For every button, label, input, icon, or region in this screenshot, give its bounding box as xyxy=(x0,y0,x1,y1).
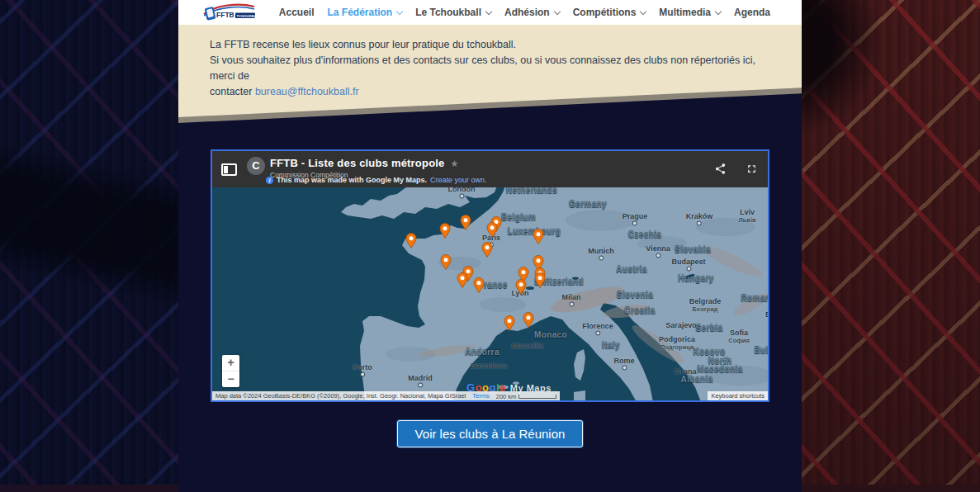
club-marker[interactable] xyxy=(534,272,546,288)
club-marker[interactable] xyxy=(504,315,515,331)
scale-label: 200 km xyxy=(496,393,517,400)
map-header: C FFTB - Liste des clubs métropole Commi… xyxy=(212,151,768,187)
star-icon[interactable] xyxy=(451,158,459,168)
nav-item-competitions[interactable]: Compétitions xyxy=(573,7,646,18)
map-side-panel-icon[interactable] xyxy=(221,163,237,176)
made-with-row: This map was made with Google My Maps. C… xyxy=(266,176,487,184)
page-column: FFTB TCHOUKBALL AccueilLa FédérationLe T… xyxy=(178,0,802,492)
nav-item-label: Agenda xyxy=(734,7,770,18)
nav-item-label: Accueil xyxy=(279,7,315,18)
nav-item-agenda[interactable]: Agenda xyxy=(734,7,770,18)
background-photo-right xyxy=(801,0,980,492)
nav-item-label: La Fédération xyxy=(327,7,392,18)
chevron-down-icon xyxy=(715,7,722,14)
svg-text:FFTB: FFTB xyxy=(216,11,234,19)
background-photo-left xyxy=(0,0,179,492)
club-marker[interactable] xyxy=(440,254,452,270)
contact-email-link[interactable]: bureau@fftchoukball.fr xyxy=(255,86,359,97)
create-your-own-link[interactable]: Create your own. xyxy=(430,176,487,184)
fftb-logo[interactable]: FFTB TCHOUKBALL xyxy=(202,2,257,22)
club-marker[interactable] xyxy=(486,222,498,238)
nav-menu: AccueilLa FédérationLe TchoukballAdhésio… xyxy=(279,7,770,18)
nav-item-label: Le Tchoukball xyxy=(415,7,481,18)
club-marker[interactable] xyxy=(533,229,544,244)
map-scale: 200 km xyxy=(493,391,561,400)
voir-clubs-reunion-button[interactable]: Voir les clubs à La Réunion xyxy=(397,420,584,447)
made-with-text: This map was made with Google My Maps. xyxy=(277,176,427,184)
club-marker[interactable] xyxy=(481,242,493,258)
nav-item-accueil[interactable]: Accueil xyxy=(279,7,315,18)
zoom-in-button[interactable]: + xyxy=(222,355,239,371)
chevron-down-icon xyxy=(485,7,492,14)
fftb-logo-graphic: FFTB TCHOUKBALL xyxy=(202,2,257,22)
nav-item-la-federation[interactable]: La Fédération xyxy=(327,7,402,18)
club-marker[interactable] xyxy=(515,279,527,295)
map-avatar: C xyxy=(247,157,265,175)
chevron-down-icon xyxy=(640,7,646,14)
cta-row: Voir les clubs à La Réunion xyxy=(178,420,802,447)
club-marker[interactable] xyxy=(405,233,417,248)
google-mymaps-embed: C FFTB - Liste des clubs métropole Commi… xyxy=(211,149,769,402)
banner-line-2: Si vous souhaitez plus d'informations et… xyxy=(210,53,770,84)
chevron-down-icon xyxy=(553,7,560,14)
map-header-actions xyxy=(714,163,758,175)
chevron-down-icon xyxy=(396,7,403,14)
banner-line-1: La FFTB recense les lieux connus pour le… xyxy=(210,37,770,53)
fullscreen-icon[interactable] xyxy=(746,163,758,175)
zoom-out-button[interactable]: − xyxy=(222,371,239,387)
nav-item-adhesion[interactable]: Adhésion xyxy=(504,7,560,18)
nav-item-multimedia[interactable]: Multimedia xyxy=(659,7,721,18)
club-marker[interactable] xyxy=(457,272,468,288)
svg-text:TCHOUKBALL: TCHOUKBALL xyxy=(237,14,258,18)
club-marker[interactable] xyxy=(439,223,451,239)
map-title[interactable]: FFTB - Liste des clubs métropole xyxy=(270,157,445,169)
terms-link[interactable]: Terms xyxy=(469,391,492,400)
nav-item-label: Compétitions xyxy=(573,7,637,18)
map-attribution-bar: Map data ©2024 GeoBasis-DE/BKG (©2009), … xyxy=(212,391,768,400)
club-marker[interactable] xyxy=(523,312,534,328)
notice-banner-zone: La FFTB recense les lieux connus pour le… xyxy=(178,25,802,117)
club-marker[interactable] xyxy=(460,215,471,230)
keyboard-shortcuts-button[interactable]: Keyboard shortcuts xyxy=(708,391,768,400)
map-attribution-text: Map data ©2024 GeoBasis-DE/BKG (©2009), … xyxy=(212,391,469,400)
club-marker[interactable] xyxy=(473,277,485,293)
top-navbar: FFTB TCHOUKBALL AccueilLa FédérationLe T… xyxy=(178,0,802,25)
nav-item-label: Multimedia xyxy=(659,7,711,18)
share-icon[interactable] xyxy=(714,163,727,175)
nav-item-le-tchoukball[interactable]: Le Tchoukball xyxy=(415,7,491,18)
scale-bar xyxy=(518,395,556,399)
map-canvas[interactable]: LondonNetherlandsGermanyBelgiumLuxembour… xyxy=(212,187,768,400)
nav-item-label: Adhésion xyxy=(504,7,550,18)
map-zoom-control: + − xyxy=(222,355,239,387)
info-icon xyxy=(266,177,273,184)
